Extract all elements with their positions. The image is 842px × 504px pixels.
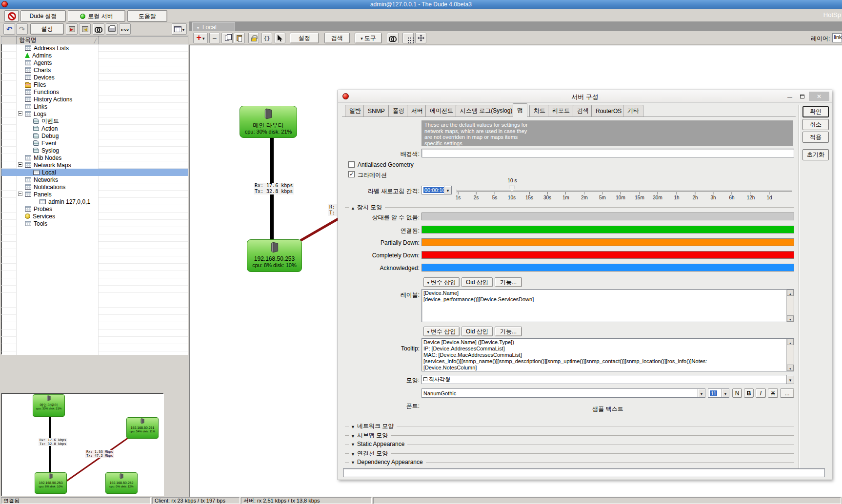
sidebar-item-probes[interactable]: Probes <box>1 205 188 213</box>
minimap-node-192-168-50-252[interactable]: 192.168.50.252 cpu: 0% disk: 12% <box>105 472 138 494</box>
map-lock-button[interactable] <box>248 33 259 43</box>
sidebar-item-admin-panel[interactable]: admin 127,0,0,1 <box>1 198 188 205</box>
scroll-down-button[interactable] <box>787 365 794 371</box>
minimap-node-192-168-50-253[interactable]: 192.168.50.253 cpu: 8% disk: 10% <box>35 472 67 494</box>
sidebar-item-network-maps[interactable]: Network Maps <box>1 161 188 169</box>
sidebar-item-panels[interactable]: Panels <box>1 191 188 198</box>
map-link-red[interactable] <box>300 216 341 242</box>
csv-export-button[interactable] <box>119 23 131 35</box>
sidebar-item-log-debug[interactable]: Debug <box>1 132 188 139</box>
status-acked-colorbar[interactable] <box>421 264 794 271</box>
map-node-main-router[interactable]: 메인 라우터 cpu: 30% disk: 21% <box>240 106 297 138</box>
font-family-dropdown-button[interactable] <box>698 389 705 397</box>
tooltip-textarea[interactable]: Device [Device.Name] ([Device.Type]) IP:… <box>421 338 794 371</box>
scroll-up-button[interactable] <box>787 290 794 296</box>
map-search-button[interactable] <box>387 33 399 43</box>
scroll-down-button[interactable] <box>787 315 794 322</box>
dialog-titlebar[interactable]: 서버 구성 <box>338 90 832 103</box>
sidebar-item-history-actions[interactable]: History Actions <box>1 96 188 103</box>
minimap-node-192-168-50-251[interactable]: 192.168.50.251 cpu: 54% disk: 11% <box>126 417 159 439</box>
spinner-dropdown-button[interactable] <box>444 186 451 194</box>
sidebar-item-links[interactable]: Links <box>1 103 188 110</box>
layer-select[interactable]: link <box>832 33 842 42</box>
sidebar-item-files[interactable]: Files <box>1 81 188 88</box>
map-node-192-168-50-253[interactable]: 192.168.50.253 cpu: 8% disk: 10% <box>247 239 302 272</box>
section-static-appearance[interactable]: Static Appearance <box>345 441 794 447</box>
font-style-italic-button[interactable]: I <box>756 388 766 398</box>
apply-button[interactable]: 적용 <box>802 132 829 143</box>
sidebar-item-logs[interactable]: Logs <box>1 110 188 117</box>
sidebar-item-devices[interactable]: Devices <box>1 74 188 81</box>
refresh-interval-spinner[interactable]: 00:00:10 <box>421 186 452 194</box>
status-partial-colorbar[interactable] <box>421 238 794 246</box>
sidebar-item-tools[interactable]: Tools <box>1 220 188 227</box>
local-server-button[interactable]: 로컬 서버 <box>68 10 125 22</box>
undo-button[interactable] <box>3 23 15 35</box>
map-paste-button[interactable] <box>234 33 245 43</box>
font-style-normal-button[interactable]: N <box>732 388 742 398</box>
font-size-select[interactable]: 11 <box>708 388 729 398</box>
status-up-colorbar[interactable] <box>421 226 794 233</box>
status-unknown-colorbar[interactable] <box>421 213 794 220</box>
antialiased-checkbox[interactable] <box>348 161 355 168</box>
collapse-icon[interactable] <box>18 192 22 196</box>
disconnect-button[interactable] <box>4 10 19 22</box>
font-size-dropdown-button[interactable] <box>722 389 729 397</box>
map-braces-button[interactable] <box>261 33 272 43</box>
reset-button[interactable]: 초기화 <box>802 149 829 160</box>
sidebar-item-log-action[interactable]: Action <box>1 125 188 132</box>
name-column-header[interactable]: 항목명 <box>17 37 99 44</box>
sidebar-item-log-syslog[interactable]: Syslog <box>1 147 188 154</box>
bg-color-input[interactable] <box>421 149 794 157</box>
tab-polling[interactable]: 폴링 <box>388 105 409 116</box>
tab-charts[interactable]: 차트 <box>529 105 550 116</box>
insert-oid-button-2[interactable]: Oid 삽입 <box>461 327 493 336</box>
device-appearance-section-header[interactable]: 장치 모양 <box>345 203 794 212</box>
sidebar-item-agents[interactable]: Agents <box>1 59 188 66</box>
window-titlebar[interactable]: admin@127.0.0.1 - The Dude 4.0beta3 <box>0 0 842 9</box>
tab-general[interactable]: 일반 <box>345 105 365 116</box>
tab-server[interactable]: 서버 <box>407 105 427 116</box>
print-button[interactable] <box>106 23 118 35</box>
sidebar-item-local[interactable]: Local <box>1 169 188 176</box>
column-setup-button[interactable] <box>172 23 187 35</box>
import-button[interactable] <box>66 23 78 35</box>
link-traffic-label[interactable]: Rx: 17.6 kbpsTx: 32.8 kbps <box>254 183 294 194</box>
label-scrollbar[interactable] <box>786 290 794 322</box>
tab-routeros[interactable]: RouterOS <box>591 105 626 116</box>
map-layout-button[interactable] <box>402 33 414 43</box>
map-remove-button[interactable] <box>209 33 220 43</box>
tab-snmp[interactable]: SNMP <box>363 105 389 116</box>
settings-button[interactable]: 설정 <box>30 23 64 35</box>
map-tab-local[interactable]: Local <box>192 22 235 31</box>
collapse-icon[interactable] <box>18 162 22 167</box>
dude-settings-button[interactable]: Dude 설정 <box>20 10 66 22</box>
map-find-button[interactable]: 검색 <box>324 33 350 43</box>
margin-column-header[interactable] <box>1 37 17 44</box>
shape-select[interactable]: 직사각형 <box>421 375 794 384</box>
map-add-button[interactable] <box>193 33 208 43</box>
tab-agents[interactable]: 에이전트 <box>425 105 458 116</box>
interval-slider-track[interactable] <box>457 191 792 192</box>
tab-syslog[interactable]: 시스템 로그(Syslog) <box>456 105 517 116</box>
font-more-button[interactable]: ... <box>780 388 794 398</box>
sidebar-item-services[interactable]: Services <box>1 213 188 220</box>
minimap-node-main-router[interactable]: 메인 라우터 cpu: 30% disk: 21% <box>33 394 65 417</box>
tab-map[interactable]: 맵 <box>513 103 527 117</box>
section-dependency-appearance[interactable]: Dependency Appearance <box>345 459 794 465</box>
tab-discover[interactable]: 검색 <box>573 105 593 116</box>
collapse-icon[interactable] <box>18 111 22 116</box>
map-settings-button[interactable]: 설정 <box>290 33 319 43</box>
redo-button[interactable] <box>16 23 28 35</box>
tab-misc[interactable]: 기타 <box>623 105 643 116</box>
sidebar-item-notifications[interactable]: Notifications <box>1 183 188 191</box>
sidebar-item-functions[interactable]: Functions <box>1 88 188 96</box>
map-pointer-button[interactable] <box>275 33 285 43</box>
sidebar-item-address-lists[interactable]: Address Lists <box>1 44 188 52</box>
map-copy-button[interactable] <box>221 33 233 43</box>
section-submap-appearance[interactable]: 서브맵 모양 <box>345 431 794 440</box>
maximize-button[interactable] <box>797 92 807 101</box>
help-button[interactable]: 도움말 <box>127 10 167 22</box>
sidebar-item-log-event[interactable]: Event <box>1 139 188 147</box>
export-button[interactable] <box>79 23 91 35</box>
